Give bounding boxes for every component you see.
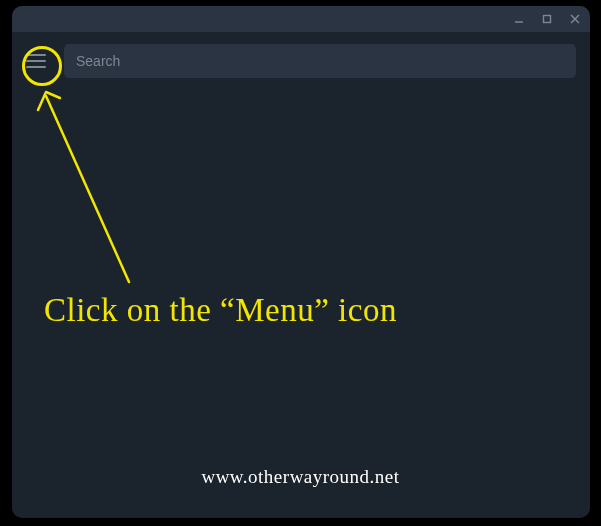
svg-rect-1 <box>544 16 551 23</box>
search-field[interactable] <box>64 44 576 78</box>
hamburger-icon <box>26 53 46 69</box>
minimize-button[interactable] <box>512 12 526 26</box>
menu-button[interactable] <box>22 47 50 75</box>
close-button[interactable] <box>568 12 582 26</box>
titlebar <box>12 6 590 32</box>
search-input[interactable] <box>76 53 564 69</box>
toolbar <box>12 32 590 90</box>
app-window <box>12 6 590 518</box>
maximize-button[interactable] <box>540 12 554 26</box>
